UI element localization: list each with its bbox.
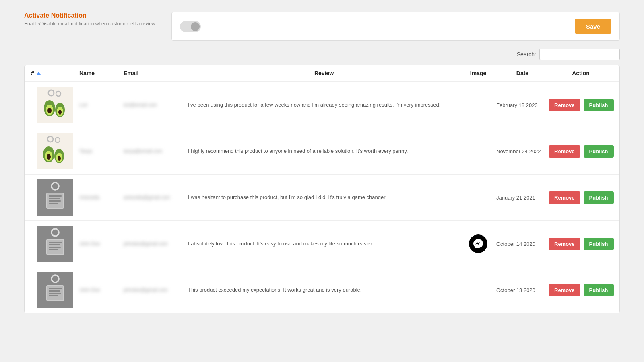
svg-rect-21 (49, 200, 61, 202)
toggle-save-area: Save (171, 12, 620, 41)
search-input[interactable] (539, 49, 620, 60)
product-image-avocado (37, 133, 73, 169)
svg-point-16 (52, 183, 59, 190)
reviewer-email: antonella@gmail.com (124, 195, 188, 200)
col-header-action: Action (549, 70, 613, 76)
remove-button[interactable]: Remove (549, 238, 580, 250)
col-header-image: Image (460, 70, 496, 76)
svg-rect-34 (49, 290, 60, 292)
publish-button[interactable]: Publish (584, 145, 614, 158)
review-image-cell (460, 234, 496, 253)
table-header: # Name Email Review Image Date Action (25, 65, 619, 82)
review-date: October 14 2020 (496, 241, 549, 247)
svg-point-8 (47, 136, 53, 142)
col-header-date: Date (496, 70, 549, 76)
reviewer-email: lori@email.com (124, 102, 188, 108)
publish-button[interactable]: Publish (584, 191, 614, 204)
review-date: January 21 2021 (496, 195, 549, 201)
notification-toggle[interactable] (180, 21, 201, 32)
reviewer-name: Antonella (79, 195, 124, 200)
svg-rect-35 (49, 293, 61, 294)
toggle-thumb (191, 22, 200, 31)
header-section: Activate Notification Enable/Disable ema… (24, 12, 620, 41)
messenger-icon (469, 234, 487, 253)
svg-rect-28 (49, 247, 61, 248)
col-header-review: Review (188, 70, 460, 76)
remove-button[interactable]: Remove (549, 191, 580, 204)
col-header-name: Name (79, 70, 124, 76)
reviewer-name: John Doe (79, 241, 124, 247)
review-date: October 13 2020 (496, 287, 549, 293)
svg-point-30 (52, 275, 59, 282)
svg-rect-22 (49, 203, 58, 204)
svg-rect-19 (49, 195, 62, 197)
svg-rect-36 (49, 295, 58, 296)
table-row: Tanya tanya@email.com I highly recommend… (25, 128, 619, 175)
table-row: John Doe johndoe@gmail.com I absolutely … (25, 221, 619, 267)
reviewer-email: johndoe@gmail.com (124, 287, 188, 293)
review-text: This product exceeded my expectations! I… (188, 286, 460, 294)
svg-point-23 (52, 229, 59, 236)
publish-button[interactable]: Publish (584, 284, 614, 296)
svg-rect-26 (49, 242, 62, 243)
notification-desc: Enable/Disable email notification when c… (24, 21, 155, 27)
product-image-keychain (37, 179, 73, 216)
notification-label: Activate Notification Enable/Disable ema… (24, 12, 155, 27)
reviews-table: # Name Email Review Image Date Action (24, 65, 620, 313)
review-date: February 18 2023 (496, 102, 549, 108)
review-date: November 24 2022 (496, 148, 549, 154)
product-image-cell (31, 87, 79, 123)
publish-button[interactable]: Publish (584, 99, 614, 111)
svg-point-12 (47, 154, 51, 160)
remove-button[interactable]: Remove (549, 99, 580, 111)
reviewer-email: johndoe@gmail.com (124, 241, 188, 247)
product-image-cell (31, 133, 79, 169)
sort-arrow-icon[interactable] (37, 72, 41, 75)
search-bar: Search: (24, 49, 620, 60)
table-row: John Doe johndoe@gmail.com This product … (25, 267, 619, 313)
reviewer-email: tanya@email.com (124, 148, 188, 154)
product-image-keychain (37, 226, 73, 262)
save-button[interactable]: Save (575, 19, 611, 34)
svg-point-15 (58, 156, 61, 161)
product-image-cell (31, 226, 79, 262)
reviewer-name: Tanya (79, 148, 124, 154)
table-row: Antonella antonella@gmail.com I was hesi… (25, 175, 619, 221)
svg-rect-20 (49, 198, 60, 199)
publish-button[interactable]: Publish (584, 238, 614, 250)
svg-point-7 (58, 110, 62, 115)
svg-point-1 (56, 91, 61, 96)
svg-rect-33 (49, 288, 62, 289)
action-buttons: Remove Publish (549, 191, 613, 204)
svg-point-0 (48, 90, 54, 96)
action-buttons: Remove Publish (549, 238, 613, 250)
table-row: Lori lori@email.com I've been using this… (25, 82, 619, 128)
search-label: Search: (517, 51, 536, 58)
review-text: I was hesitant to purchase this product,… (188, 193, 460, 202)
reviewer-name: Lori (79, 102, 124, 108)
reviewer-name: John Doe (79, 287, 124, 293)
action-buttons: Remove Publish (549, 145, 613, 158)
notification-title: Activate Notification (24, 12, 155, 19)
review-text: I absolutely love this product. It's eas… (188, 240, 460, 248)
review-text: I've been using this product for a few w… (188, 101, 460, 109)
toggle-track[interactable] (180, 21, 201, 32)
col-header-hash: # (31, 70, 79, 76)
svg-point-9 (55, 138, 60, 142)
action-buttons: Remove Publish (549, 99, 613, 111)
product-image-cell (31, 272, 79, 308)
col-header-email: Email (124, 70, 188, 76)
product-image-keychain (37, 272, 73, 308)
remove-button[interactable]: Remove (549, 284, 580, 296)
hash-label: # (31, 70, 34, 76)
svg-rect-27 (49, 244, 60, 245)
product-image-avocado (37, 87, 73, 123)
svg-rect-29 (49, 249, 58, 250)
action-buttons: Remove Publish (549, 284, 613, 296)
remove-button[interactable]: Remove (549, 145, 580, 158)
review-text: I highly recommend this product to anyon… (188, 147, 460, 155)
product-image-cell (31, 179, 79, 216)
svg-point-4 (47, 108, 52, 113)
